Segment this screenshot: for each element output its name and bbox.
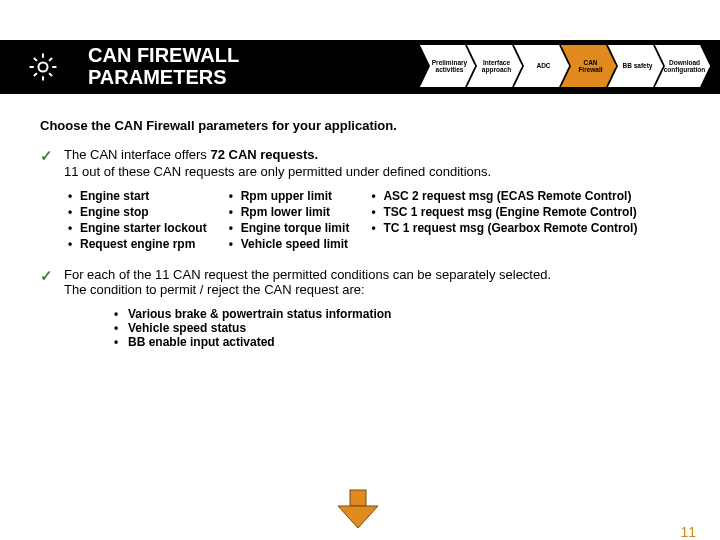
check-icon: ✓ (40, 267, 54, 285)
instruction: Choose the CAN Firewall parameters for y… (40, 118, 680, 133)
check-icon: ✓ (40, 147, 54, 165)
svg-marker-2 (338, 506, 378, 528)
para1-line1: The CAN interface offers 72 CAN requests… (64, 147, 680, 162)
progress-steps: Preliminary activities Interface approac… (428, 45, 710, 87)
check-item-2: ✓ For each of the 11 CAN request the per… (40, 267, 680, 297)
page-number: 11 (680, 524, 696, 540)
svg-point-0 (38, 62, 47, 71)
svg-rect-1 (350, 490, 366, 506)
gear-icon (26, 50, 60, 84)
down-arrow-icon (330, 488, 386, 532)
condition-list: •Various brake & powertrain status infor… (114, 307, 680, 349)
header: CAN FIREWALL PARAMETERS Preliminary acti… (0, 40, 720, 100)
col-3: •ASC 2 request msg (ECAS Remote Control)… (371, 189, 637, 251)
content: Choose the CAN Firewall parameters for y… (0, 100, 720, 349)
para1-line2: 11 out of these CAN requests are only pe… (64, 164, 680, 179)
request-columns: •Engine start •Engine stop •Engine start… (68, 189, 680, 251)
para2-line2: The condition to permit / reject the CAN… (64, 282, 680, 297)
col-1: •Engine start •Engine stop •Engine start… (68, 189, 207, 251)
check-item-1: ✓ The CAN interface offers 72 CAN reques… (40, 147, 680, 179)
col-2: •Rpm upper limit •Rpm lower limit •Engin… (229, 189, 350, 251)
page-title: CAN FIREWALL PARAMETERS (88, 44, 239, 88)
step-download: Download configuration (655, 45, 710, 87)
para2-line1: For each of the 11 CAN request the permi… (64, 267, 680, 282)
